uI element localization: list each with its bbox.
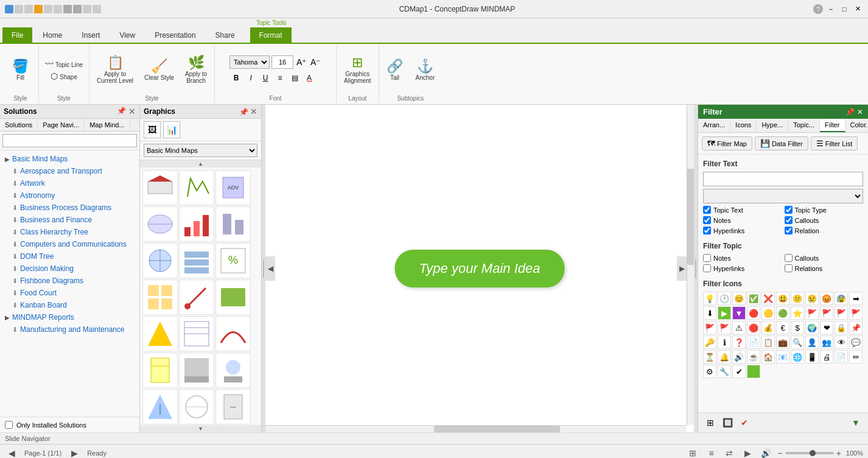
tab-view[interactable]: View bbox=[110, 27, 144, 43]
font-size-increase[interactable]: A⁺ bbox=[295, 56, 307, 68]
graphic-item[interactable] bbox=[179, 170, 214, 205]
tab-insert[interactable]: Insert bbox=[72, 27, 109, 43]
filter-icon-email[interactable]: 📧 bbox=[776, 350, 789, 364]
graphic-item[interactable]: % bbox=[215, 243, 251, 278]
filter-icon-list[interactable]: 📋 bbox=[761, 336, 775, 349]
zoom-minus-button[interactable]: − bbox=[777, 448, 782, 458]
italic-button[interactable]: I bbox=[244, 71, 257, 85]
canvas-area[interactable]: Type your Main Idea ◀ ▶ bbox=[265, 105, 694, 432]
align-button[interactable]: ≡ bbox=[273, 71, 287, 85]
graphic-item[interactable] bbox=[179, 316, 214, 351]
cb-topic-callouts-check[interactable] bbox=[785, 254, 793, 262]
filter-icon-sad[interactable]: 😢 bbox=[805, 292, 819, 305]
right-tab-hype[interactable]: Hype... bbox=[757, 119, 788, 132]
left-panel-close[interactable]: ✕ bbox=[128, 107, 136, 116]
graphics-scroll-down[interactable]: ▼ bbox=[140, 425, 261, 432]
filter-icon-green-arrow[interactable]: ▶ bbox=[718, 306, 731, 320]
cb-topic-type-check[interactable] bbox=[785, 206, 793, 214]
graphic-item[interactable]: — bbox=[215, 389, 251, 425]
filter-icon-star[interactable]: ⭐ bbox=[791, 306, 804, 320]
filter-icon-pin[interactable]: 📌 bbox=[849, 321, 863, 334]
apply-branch-button[interactable]: 🌿 Apply to Branch bbox=[181, 54, 211, 86]
graphics-view-btn1[interactable]: 🖼 bbox=[144, 121, 161, 138]
filter-icon-happy[interactable]: 😃 bbox=[776, 292, 789, 305]
status-icon3[interactable]: ⇄ bbox=[723, 446, 736, 459]
sol-item-kanban[interactable]: ⬇ Kanban Board bbox=[0, 299, 139, 311]
sol-item-mindmap-reports[interactable]: ▶ MINDMAP Reports bbox=[0, 311, 139, 323]
sol-item-astronomy[interactable]: ⬇ Astronomy bbox=[0, 189, 139, 202]
filter-icon-hourglass[interactable]: ⏳ bbox=[703, 350, 716, 364]
filter-icon-gear[interactable]: ⚙ bbox=[703, 365, 716, 378]
canvas-scrollbar-h[interactable] bbox=[265, 425, 687, 432]
filter-icon-key[interactable]: 🔑 bbox=[703, 336, 716, 349]
sol-item-business-process[interactable]: ⬇ Business Process Diagrams bbox=[0, 202, 139, 214]
graphics-category-select[interactable]: Basic Mind Maps bbox=[144, 144, 257, 157]
filter-icon-clock[interactable]: 🕐 bbox=[718, 292, 731, 305]
right-panel-close[interactable]: ✕ bbox=[857, 108, 863, 116]
canvas-scrollbar-v[interactable] bbox=[687, 105, 694, 425]
graphic-item[interactable] bbox=[215, 316, 251, 351]
tab-file[interactable]: File bbox=[2, 27, 32, 43]
font-size-input[interactable] bbox=[271, 55, 293, 69]
right-tab-topic[interactable]: Topic... bbox=[788, 119, 820, 132]
filter-icon-lock[interactable]: 🔒 bbox=[835, 321, 848, 334]
main-idea-node[interactable]: Type your Main Idea bbox=[395, 250, 565, 287]
filter-footer-funnel[interactable]: ▼ bbox=[849, 415, 863, 430]
clear-style-button[interactable]: 🧹 Clear Style bbox=[141, 58, 178, 83]
filter-map-button[interactable]: 🗺 Filter Map bbox=[702, 136, 752, 150]
filter-text-dropdown[interactable] bbox=[703, 189, 863, 203]
sol-item-computers[interactable]: ⬇ Computers and Communications bbox=[0, 238, 139, 250]
sol-item-food-court[interactable]: ⬇ Food Court bbox=[0, 287, 139, 299]
filter-list-button[interactable]: ☰ Filter List bbox=[811, 136, 858, 150]
footer-icon1[interactable]: ⊞ bbox=[703, 415, 718, 430]
toolbar-icon2[interactable] bbox=[24, 5, 33, 13]
search-input[interactable] bbox=[2, 134, 137, 147]
filter-icon-briefcase[interactable]: 💼 bbox=[776, 336, 789, 349]
zoom-slider[interactable] bbox=[785, 452, 834, 454]
filter-icon-flag-green[interactable]: 🚩 bbox=[805, 306, 819, 320]
filter-icon-flag-purple[interactable]: 🚩 bbox=[718, 321, 731, 334]
graphics-panel-pin[interactable]: 📌 bbox=[239, 108, 248, 116]
filter-icon-phone[interactable]: 📱 bbox=[805, 350, 819, 364]
filter-icon-people[interactable]: 👥 bbox=[820, 336, 833, 349]
bold-button[interactable]: B bbox=[229, 71, 243, 85]
filter-icon-flag-blue[interactable]: 🚩 bbox=[703, 321, 716, 334]
filter-icon-red-circle[interactable]: 🔴 bbox=[747, 306, 760, 320]
cb-hyperlinks-check[interactable] bbox=[703, 227, 711, 234]
cb-topic-notes-check[interactable] bbox=[703, 254, 711, 262]
tail-button[interactable]: 🔗 Tail bbox=[383, 58, 407, 83]
font-color-button[interactable]: A bbox=[303, 71, 316, 85]
tab-home[interactable]: Home bbox=[33, 27, 71, 43]
toolbar-icon8[interactable] bbox=[83, 5, 91, 13]
status-icon1[interactable]: ⊞ bbox=[686, 446, 699, 459]
filter-icon-globe[interactable]: 🌍 bbox=[805, 321, 819, 334]
graphic-item[interactable] bbox=[215, 280, 251, 315]
toolbar-icon5[interactable] bbox=[54, 5, 62, 13]
sol-item-manufacturing[interactable]: ⬇ Manufacturing and Maintenance bbox=[0, 323, 139, 336]
right-panel-pin[interactable]: 📌 bbox=[845, 108, 855, 116]
tab-presentation[interactable]: Presentation bbox=[145, 27, 205, 43]
filter-icon-arrow-right[interactable]: ➡ bbox=[849, 292, 863, 305]
apply-current-button[interactable]: 📋 Apply to Current Level bbox=[93, 54, 137, 86]
right-tab-color[interactable]: Color... bbox=[845, 119, 868, 132]
graphic-item[interactable] bbox=[142, 316, 178, 351]
graphic-item[interactable] bbox=[179, 353, 214, 388]
left-tab-page-navi[interactable]: Page Navi... bbox=[38, 119, 85, 131]
data-filter-button[interactable]: 💾 Data Filter bbox=[755, 136, 808, 150]
filter-icon-warning[interactable]: ⚠ bbox=[732, 321, 746, 334]
filter-icon-coffee[interactable]: ☕ bbox=[747, 350, 760, 364]
filter-icon-flag-red[interactable]: 🚩 bbox=[820, 306, 833, 320]
cb-topic-hyperlinks-check[interactable] bbox=[703, 264, 711, 272]
graphic-item[interactable] bbox=[142, 170, 178, 205]
graphics-scroll-up[interactable]: ▲ bbox=[140, 160, 261, 167]
footer-icon3[interactable]: ✔ bbox=[737, 415, 752, 430]
v-scroll-thumb[interactable] bbox=[687, 169, 694, 265]
filter-icon-stop[interactable]: 🛑 bbox=[747, 321, 760, 334]
toolbar-icon4[interactable] bbox=[44, 5, 52, 13]
only-installed-checkbox[interactable] bbox=[5, 421, 13, 429]
left-tab-map-mind[interactable]: Map Mind... bbox=[85, 119, 130, 131]
status-icon2[interactable]: ≡ bbox=[704, 446, 718, 459]
filter-icon-angry[interactable]: 😡 bbox=[820, 292, 833, 305]
next-page-button[interactable]: ▶ bbox=[68, 446, 81, 459]
filter-icon-worried[interactable]: 😰 bbox=[835, 292, 848, 305]
